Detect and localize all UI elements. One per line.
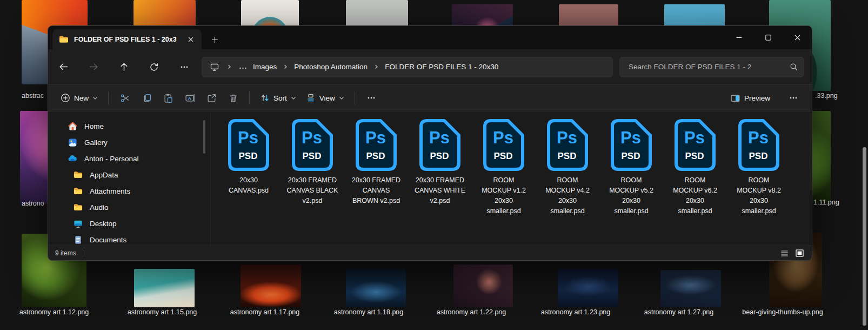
breadcrumb-item-1[interactable]: Images [253,63,277,71]
svg-text:Ps: Ps [429,128,450,147]
file-item[interactable]: PsPSDROOMMOCKUP v8.220x30smaller.psd [729,118,789,216]
sidebar-item-appdata[interactable]: AppData [51,167,207,183]
breadcrumb-overflow-icon[interactable] [238,64,248,70]
sidebar-item-anton-personal[interactable]: Anton - Personal [51,150,207,167]
file-name: 20x30 FRAMEDCANVAS BLACKv2.psd [287,175,338,206]
breadcrumb[interactable]: ImagesPhotoshop AutomationFOLDER OF PSD … [202,57,613,77]
items-count: 9 items [55,249,76,257]
file-item[interactable]: PsPSDROOMMOCKUP v6.220x30smaller.psd [665,118,725,216]
background-file-label: astronomy art 1.17.png [230,308,300,316]
svg-text:Ps: Ps [620,128,641,147]
svg-text:Ps: Ps [684,128,705,147]
thumb-astronomy-1-23[interactable] [558,269,618,307]
file-item[interactable]: PsPSDROOMMOCKUP v1.220x30smaller.psd [473,118,534,216]
tab-close-icon[interactable] [185,34,196,45]
refresh-button[interactable] [144,58,164,76]
file-item[interactable]: PsPSDROOMMOCKUP v4.220x30smaller.psd [537,118,598,216]
sidebar-item-label: AppData [90,171,118,179]
background-file-label: 1.11.png [813,199,839,206]
up-button[interactable] [114,58,133,76]
svg-text:Ps: Ps [748,128,769,147]
details-view-icon[interactable] [779,248,790,258]
breadcrumb-item-3[interactable]: FOLDER OF PSD FILES 1 - 20x30 [385,63,498,71]
file-item[interactable]: PsPSD20x30 FRAMEDCANVAS BLACKv2.psd [282,118,343,206]
svg-text:PSD: PSD [622,151,640,161]
explorer-tab[interactable]: FOLDER OF PSD FILES 1 - 20x3 [52,29,202,49]
sidebar-scrollbar[interactable] [203,120,205,154]
cut-button[interactable] [114,89,136,107]
preview-more-icon[interactable] [783,89,804,107]
search-box[interactable] [619,57,804,77]
view-button[interactable]: View [301,90,349,106]
preview-toggle[interactable]: Preview [725,90,775,107]
file-name: 20x30 FRAMEDCANVASBROWN v2.psd [352,175,400,206]
file-name: 20x30 FRAMEDCANVAS WHITEv2.psd [415,175,465,206]
file-explorer-window: FOLDER OF PSD FILES 1 - 20x3 [48,25,812,261]
back-button[interactable] [54,58,73,76]
window-controls [724,26,812,49]
thumb-astronomy-1-22[interactable] [453,265,513,307]
sidebar-item-label: Audio [90,203,109,212]
minimize-button[interactable] [724,28,753,48]
psd-file-icon: PsPSD [610,118,652,171]
share-button[interactable] [201,89,222,107]
sidebar-item-documents[interactable]: Documents [51,232,207,248]
home-icon [68,122,77,131]
svg-text:Ps: Ps [238,128,258,147]
close-window-button[interactable] [783,28,812,48]
thumb-astronomy-1-27[interactable] [660,270,721,307]
plus-circle-icon [61,93,70,103]
thumbnail-view-icon[interactable] [794,248,805,258]
svg-text:PSD: PSD [558,151,577,161]
sidebar-item-audio[interactable]: Audio [51,199,207,215]
breadcrumb-item-2[interactable]: Photoshop Automation [294,63,368,71]
delete-button[interactable] [222,89,244,107]
sidebar-item-label: Documents [90,236,126,244]
forward-button[interactable] [84,58,103,76]
svg-text:PSD: PSD [685,151,704,161]
copy-button[interactable] [136,89,157,107]
svg-text:PSD: PSD [366,151,385,161]
rename-button[interactable]: A [179,89,201,107]
folder-icon [73,187,83,195]
nav-more-icon[interactable] [175,58,194,76]
this-pc-icon[interactable] [209,62,221,72]
new-tab-button[interactable] [209,34,220,45]
thumb-astronomy-1-18[interactable] [346,269,406,307]
file-name: ROOMMOCKUP v4.220x30smaller.psd [545,175,590,216]
background-file-label: .33.png [815,92,838,100]
sort-button[interactable]: Sort [255,90,301,106]
file-item[interactable]: PsPSD20x30 FRAMEDCANVAS WHITEv2.psd [410,118,470,206]
sidebar-item-label: Gallery [84,138,108,147]
sidebar-item-attachments[interactable]: Attachments [51,183,207,199]
sidebar-item-gallery[interactable]: Gallery [51,134,207,150]
view-icon [306,93,316,103]
page-scrollbar[interactable] [863,147,866,326]
svg-text:Ps: Ps [557,128,577,147]
sidebar-item-home[interactable]: Home [51,118,207,134]
thumb-astronomy-1-15[interactable] [134,269,195,307]
psd-file-icon: PsPSD [738,118,780,171]
toolbar-more-icon[interactable] [360,89,382,107]
psd-file-icon: PsPSD [674,118,716,171]
svg-text:Ps: Ps [365,128,386,147]
command-bar: New A Sort [48,84,812,111]
svg-text:PSD: PSD [749,151,768,161]
sidebar-item-desktop[interactable]: Desktop [51,215,207,232]
search-input[interactable] [627,62,789,71]
chevron-right-icon [372,64,380,70]
search-icon[interactable] [789,62,798,71]
new-button[interactable]: New [56,90,103,106]
chevron-down-icon [339,95,344,101]
content-area: HomeGalleryAnton - PersonalAppDataAttach… [48,111,812,246]
file-item[interactable]: PsPSD20x30CANVAS.psd [218,118,279,196]
sidebar-item-label: Anton - Personal [84,155,139,163]
maximize-button[interactable] [753,28,783,48]
file-item[interactable]: PsPSD20x30 FRAMEDCANVASBROWN v2.psd [346,118,406,206]
file-item[interactable]: PsPSDROOMMOCKUP v5.220x30smaller.psd [601,118,662,216]
thumb-astronomy-1-17[interactable] [241,265,301,307]
tab-bar: FOLDER OF PSD FILES 1 - 20x3 [48,26,812,49]
background-file-label: astronomy art 1.27.png [644,308,714,316]
psd-file-icon: PsPSD [355,118,397,171]
paste-button[interactable] [157,89,179,107]
